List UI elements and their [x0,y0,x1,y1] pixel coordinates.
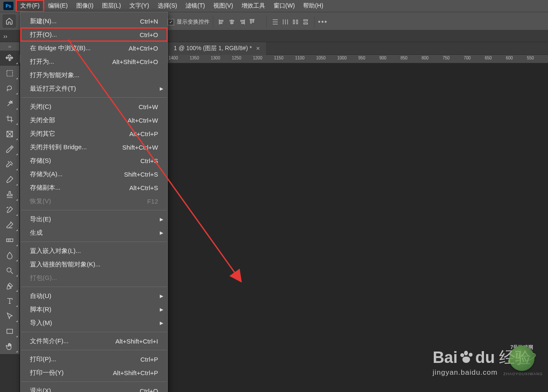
crop-tool[interactable] [0,111,19,126]
menu-文字[interactable]: 文字(Y) [125,0,153,12]
stamp-tool[interactable] [0,187,19,202]
ruler-tick-label: 1400 [169,56,178,60]
menu-item[interactable]: 打开为智能对象... [21,68,167,82]
menu-item-label: 文件简介(F)... [30,337,69,345]
menu-item[interactable]: 存储为(A)...Shift+Ctrl+S [21,167,167,181]
menu-选择[interactable]: 选择(S) [153,0,182,12]
history-brush-tool[interactable] [0,202,19,217]
dodge-tool[interactable] [0,263,19,278]
rectangle-tool[interactable] [0,324,19,339]
ruler-tick-label: 1000 [337,56,347,60]
svg-rect-10 [250,20,251,24]
magic-wand-tool[interactable] [0,96,19,111]
menu-编辑[interactable]: 编辑(E) [44,0,72,12]
menu-separator [21,97,167,98]
menu-增效工具[interactable]: 增效工具 [237,0,269,12]
healing-tool[interactable] [0,157,19,172]
frame-tool[interactable] [0,126,19,142]
menu-item-label: 打印(P)... [30,355,56,363]
lasso-tool[interactable] [0,81,19,96]
eyedropper-tool[interactable] [0,142,19,157]
submenu-arrow-icon: ▶ [160,320,163,326]
move-tool[interactable] [0,51,19,66]
menu-item-shortcut: Ctrl+W [139,103,158,110]
align-right-icon[interactable] [237,17,247,27]
menu-item-shortcut: Ctrl+O [140,31,158,38]
menu-item[interactable]: 打印一份(Y)Alt+Shift+Ctrl+P [21,366,167,379]
menu-item[interactable]: 最近打开文件(T)▶ [21,82,167,95]
menu-item-label: 关闭其它 [30,130,55,138]
menu-item-label: 最近打开文件(T) [30,85,76,93]
menu-item[interactable]: 存储(S)Ctrl+S [21,154,167,167]
menu-帮助[interactable]: 帮助(H) [299,0,327,12]
menu-item-shortcut: Alt+Shift+Ctrl+O [112,58,158,65]
menu-item[interactable]: 文件简介(F)...Alt+Shift+Ctrl+I [21,334,167,348]
menu-滤镜[interactable]: 滤镜(T) [181,0,209,12]
menu-窗口[interactable]: 窗口(W) [269,0,299,12]
document-tab-bar: 1 @ 100% (图层 1, RGB/8#) * ✕ [168,42,548,55]
menu-item[interactable]: 置入链接的智能对象(K)... [21,258,167,271]
menu-item[interactable]: 导入(M)▶ [21,316,167,330]
dist-top-icon[interactable] [270,17,280,27]
menu-item[interactable]: 在 Bridge 中浏览(B)...Alt+Ctrl+O [21,41,167,55]
menu-separator [21,350,167,350]
more-options-icon[interactable]: ••• [318,17,328,27]
menu-item[interactable]: 关闭(C)Ctrl+W [21,100,167,113]
menu-item[interactable]: 脚本(R)▶ [21,303,167,316]
document-tab[interactable]: 1 @ 100% (图层 1, RGB/8#) * ✕ [168,42,266,55]
menu-separator [21,287,167,287]
menu-item[interactable]: 关闭其它Alt+Ctrl+P [21,127,167,140]
menu-item-label: 导出(E) [30,215,51,223]
menu-item-shortcut: Ctrl+N [140,18,158,25]
ruler-tick-label: 650 [485,56,492,60]
type-tool[interactable] [0,293,19,309]
file-menu-dropdown: 新建(N)...Ctrl+N打开(O)...Ctrl+O在 Bridge 中浏览… [20,12,168,392]
brush-tool[interactable] [0,172,19,187]
menu-视图[interactable]: 视图(V) [209,0,237,12]
menu-item-shortcut: Shift+Ctrl+W [122,144,158,151]
pen-tool[interactable] [0,278,19,293]
ruler-tick-label: 1350 [190,56,199,60]
menu-item[interactable]: 存储副本...Alt+Ctrl+S [21,181,167,194]
align-hcenter-icon[interactable] [227,17,237,27]
svg-rect-19 [296,20,298,24]
menu-文件[interactable]: 文件(F) [16,0,44,12]
path-select-tool[interactable] [0,309,19,324]
blur-tool[interactable] [0,248,19,263]
menu-item[interactable]: 导出(E)▶ [21,212,167,226]
menu-item[interactable]: 打开为...Alt+Shift+Ctrl+O [21,55,167,68]
menu-item-label: 关闭并转到 Bridge... [30,143,87,151]
dist-bottom-icon[interactable] [290,17,301,27]
menu-item[interactable]: 置入嵌入对象(L)... [21,244,167,258]
menu-separator [21,332,167,332]
align-left-icon[interactable] [217,17,227,27]
menu-item-label: 关闭全部 [30,116,55,124]
menu-item[interactable]: 自动(U)▶ [21,289,167,303]
ruler-tick-label: 550 [527,56,534,60]
marquee-tool[interactable] [0,66,19,81]
menu-item-label: 新建(N)... [30,17,56,25]
menu-图层[interactable]: 图层(L) [98,0,125,12]
eraser-tool[interactable] [0,217,19,233]
submenu-arrow-icon: ▶ [160,293,163,299]
hand-tool[interactable] [0,339,19,354]
toolbox-expand-icon[interactable]: ›› [0,42,19,51]
menu-图像[interactable]: 图像(I) [72,0,98,12]
align-top-icon[interactable] [247,17,257,27]
ruler-tick-label: 850 [400,56,408,60]
menu-item[interactable]: 打开(O)...Ctrl+O [21,28,167,41]
gradient-tool[interactable] [0,233,19,248]
menu-item[interactable]: 生成▶ [21,226,167,239]
home-button[interactable] [3,14,16,28]
submenu-arrow-icon: ▶ [160,86,163,91]
menu-item[interactable]: 关闭全部Alt+Ctrl+W [21,113,167,127]
dist-h-icon[interactable] [301,17,311,27]
show-transform-checkbox[interactable]: ✓ [168,19,174,25]
menu-item[interactable]: 关闭并转到 Bridge...Shift+Ctrl+W [21,140,167,154]
menu-item[interactable]: 打印(P)...Ctrl+P [21,352,167,366]
close-tab-icon[interactable]: ✕ [256,46,260,51]
dist-vcenter-icon[interactable] [280,17,290,27]
menu-item-label: 恢复(V) [30,197,51,205]
menu-item[interactable]: 新建(N)...Ctrl+N [21,14,167,28]
menu-item[interactable]: 退出(X)Ctrl+Q [21,384,167,392]
